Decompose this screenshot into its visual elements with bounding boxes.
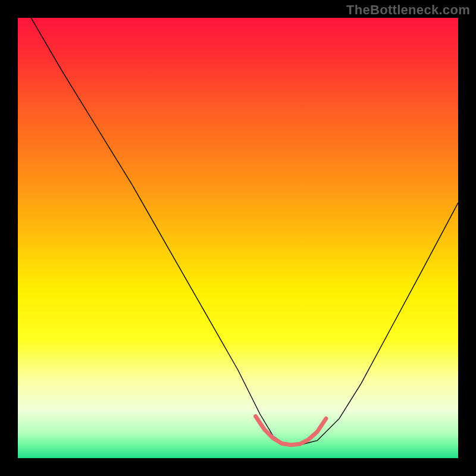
bottleneck-chart — [18, 18, 458, 458]
plot-background — [18, 18, 458, 458]
watermark-text: TheBottleneck.com — [346, 2, 470, 18]
chart-frame: TheBottleneck.com — [0, 0, 476, 476]
